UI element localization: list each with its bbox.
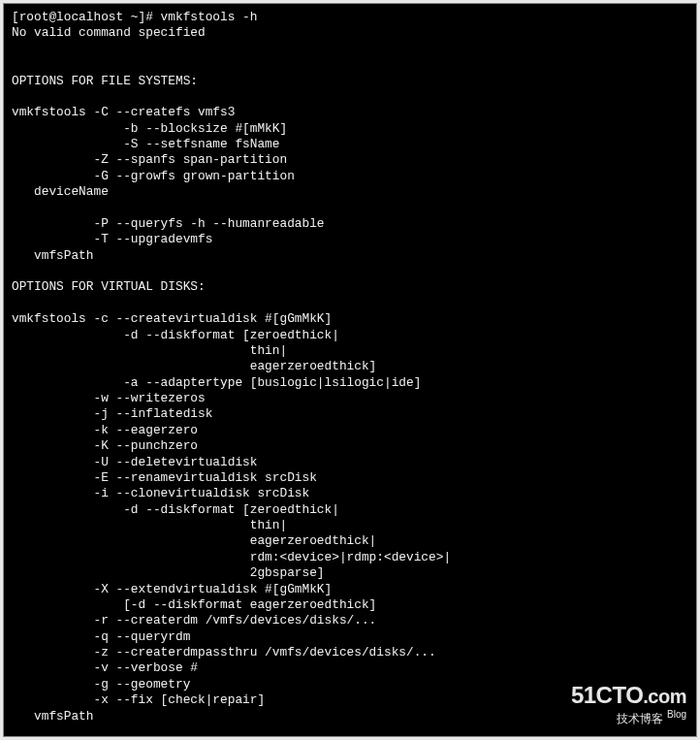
command-output: No valid command specified OPTIONS FOR F… (12, 25, 451, 723)
watermark-blog-tag: Blog (667, 709, 686, 720)
shell-command: vmkfstools -h (161, 10, 258, 24)
watermark-subtitle-text: 技术博客 (617, 712, 663, 725)
watermark-subtitle: 技术博客Blog (571, 709, 686, 726)
terminal-window[interactable]: [root@localhost ~]# vmkfstools -h No val… (3, 3, 697, 737)
terminal-content: [root@localhost ~]# vmkfstools -h No val… (12, 10, 688, 724)
watermark-brand-suffix: .com (643, 686, 686, 707)
shell-prompt: [root@localhost ~]# (12, 10, 161, 24)
watermark-brand: 51CTO.com (571, 681, 686, 711)
watermark: 51CTO.com 技术博客Blog (571, 681, 686, 726)
watermark-brand-main: 51CTO (571, 682, 643, 708)
